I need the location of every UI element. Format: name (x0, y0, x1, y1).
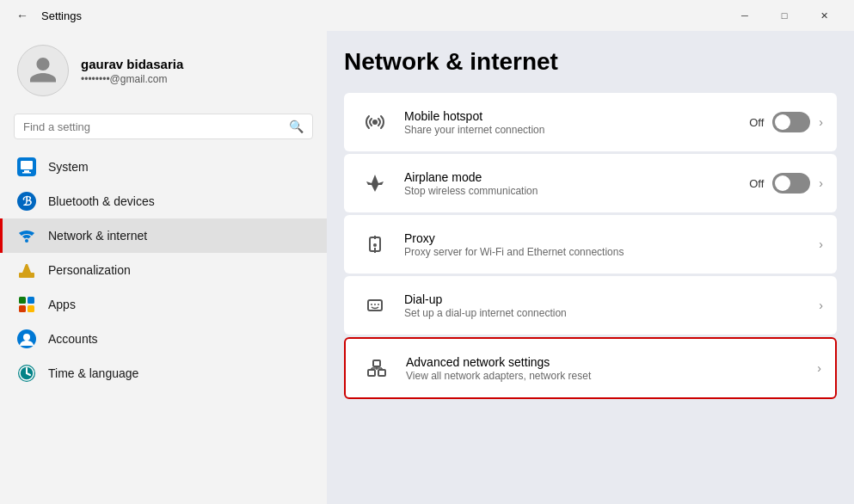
sidebar-item-label-bluetooth: Bluetooth & devices (48, 194, 155, 208)
main-content: Network & internet Mobile hotspot Share … (327, 31, 854, 504)
advanced-network-desc: View all network adapters, network reset (406, 370, 817, 382)
hotspot-title: Mobile hotspot (404, 109, 749, 123)
proxy-text: Proxy Proxy server for Wi-Fi and Etherne… (404, 231, 819, 258)
sidebar: gaurav bidasaria ••••••••@gmail.com 🔍 (0, 31, 327, 504)
time-icon (17, 364, 36, 383)
airplane-text: Airplane mode Stop wireless communicatio… (404, 170, 749, 197)
svg-point-6 (25, 239, 28, 243)
sidebar-item-system[interactable]: System (0, 150, 327, 184)
svg-rect-3 (22, 172, 31, 174)
minimize-button[interactable]: ─ (725, 0, 765, 31)
hotspot-desc: Share your internet connection (404, 124, 749, 136)
airplane-title: Airplane mode (404, 170, 749, 184)
proxy-chevron: › (819, 237, 823, 251)
system-icon (17, 157, 36, 176)
search-box: 🔍 (14, 114, 313, 139)
title-bar: ← Settings ─ □ ✕ (0, 0, 854, 31)
page-title: Network & internet (344, 48, 837, 76)
sidebar-item-time[interactable]: Time & language (0, 356, 327, 390)
svg-rect-9 (28, 297, 34, 304)
search-container: 🔍 (0, 107, 327, 150)
advanced-network-text: Advanced network settings View all netwo… (406, 355, 817, 382)
hotspot-toggle[interactable] (772, 112, 810, 132)
setting-card-airplane-mode[interactable]: Airplane mode Stop wireless communicatio… (344, 154, 837, 212)
advanced-network-icon (359, 351, 394, 385)
apps-icon (17, 295, 36, 314)
sidebar-item-apps[interactable]: Apps (0, 287, 327, 322)
sidebar-item-label-accounts: Accounts (48, 332, 98, 346)
svg-rect-27 (368, 370, 375, 376)
settings-list: Mobile hotspot Share your internet conne… (344, 93, 837, 399)
nav-list: System ℬ Bluetooth & devices (0, 150, 327, 390)
setting-card-dialup[interactable]: Dial-up Set up a dial-up internet connec… (344, 276, 837, 335)
search-input[interactable] (23, 120, 282, 133)
close-button[interactable]: ✕ (804, 0, 844, 31)
proxy-controls: › (819, 237, 823, 251)
dialup-text: Dial-up Set up a dial-up internet connec… (404, 292, 819, 319)
maximize-button[interactable]: □ (765, 0, 804, 31)
sidebar-item-network[interactable]: Network & internet (0, 218, 327, 253)
hotspot-chevron: › (819, 115, 823, 129)
setting-card-advanced-network[interactable]: Advanced network settings View all netwo… (344, 337, 837, 399)
svg-point-13 (23, 334, 30, 341)
advanced-network-chevron: › (817, 361, 821, 375)
window-controls: ─ □ ✕ (725, 0, 844, 31)
proxy-desc: Proxy server for Wi-Fi and Ethernet conn… (404, 246, 819, 258)
airplane-controls: Off › (749, 173, 823, 194)
dialup-chevron: › (819, 298, 823, 312)
accounts-icon (17, 329, 36, 348)
hotspot-icon (358, 105, 392, 139)
app-body: gaurav bidasaria ••••••••@gmail.com 🔍 (0, 31, 854, 504)
sidebar-item-bluetooth[interactable]: ℬ Bluetooth & devices (0, 184, 327, 218)
sidebar-item-accounts[interactable]: Accounts (0, 322, 327, 356)
sidebar-item-label-network: Network & internet (48, 229, 147, 243)
sidebar-item-label-apps: Apps (48, 298, 76, 311)
setting-card-proxy[interactable]: Proxy Proxy server for Wi-Fi and Etherne… (344, 215, 837, 274)
svg-rect-10 (19, 305, 26, 312)
svg-rect-8 (19, 297, 26, 304)
advanced-network-title: Advanced network settings (406, 355, 817, 369)
advanced-network-controls: › (817, 361, 821, 375)
user-email: ••••••••@gmail.com (81, 73, 183, 85)
avatar (17, 45, 69, 96)
svg-rect-7 (19, 273, 34, 278)
svg-rect-1 (21, 161, 33, 169)
user-info: gaurav bidasaria ••••••••@gmail.com (81, 57, 183, 85)
hotspot-controls: Off › (749, 112, 823, 132)
network-icon (17, 226, 36, 245)
svg-rect-28 (378, 370, 385, 376)
hotspot-text: Mobile hotspot Share your internet conne… (404, 109, 749, 136)
svg-text:ℬ: ℬ (22, 195, 32, 208)
sidebar-item-label-personalization: Personalization (48, 263, 131, 277)
airplane-chevron: › (819, 176, 823, 190)
svg-rect-2 (24, 170, 29, 172)
user-profile[interactable]: gaurav bidasaria ••••••••@gmail.com (0, 31, 327, 107)
svg-point-18 (372, 120, 378, 125)
user-name: gaurav bidasaria (81, 57, 183, 71)
airplane-icon (358, 166, 392, 200)
airplane-toggle[interactable] (772, 173, 810, 194)
sidebar-item-label-time: Time & language (48, 366, 138, 380)
svg-rect-29 (373, 360, 380, 366)
personalization-icon (17, 261, 36, 280)
proxy-icon (358, 227, 392, 261)
svg-rect-11 (28, 305, 34, 312)
dialup-title: Dial-up (404, 292, 819, 306)
sidebar-item-label-system: System (48, 160, 89, 174)
airplane-status: Off (749, 177, 764, 190)
sidebar-item-personalization[interactable]: Personalization (0, 253, 327, 287)
setting-card-mobile-hotspot[interactable]: Mobile hotspot Share your internet conne… (344, 93, 837, 151)
dialup-icon (358, 288, 392, 323)
hotspot-status: Off (749, 116, 764, 129)
bluetooth-icon: ℬ (17, 192, 36, 211)
svg-point-20 (373, 243, 377, 247)
search-icon: 🔍 (289, 120, 304, 133)
proxy-title: Proxy (404, 231, 819, 245)
airplane-desc: Stop wireless communication (404, 185, 749, 197)
dialup-controls: › (819, 298, 823, 312)
app-title: Settings (41, 9, 725, 22)
dialup-desc: Set up a dial-up internet connection (404, 307, 819, 319)
back-button[interactable]: ← (10, 3, 34, 28)
